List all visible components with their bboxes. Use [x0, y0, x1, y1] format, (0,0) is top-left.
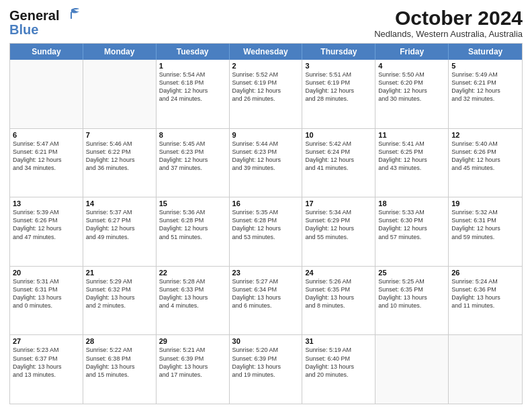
- location: Nedlands, Western Australia, Australia: [374, 29, 523, 39]
- calendar-cell-r2c2: 15Sunrise: 5:36 AM Sunset: 6:28 PM Dayli…: [157, 197, 230, 266]
- calendar-row-1: 1Sunrise: 5:54 AM Sunset: 6:18 PM Daylig…: [10, 60, 522, 128]
- calendar-cell-r0c4: 3Sunrise: 5:51 AM Sunset: 6:19 PM Daylig…: [302, 60, 375, 128]
- calendar-cell-r1c2: 8Sunrise: 5:45 AM Sunset: 6:23 PM Daylig…: [157, 129, 230, 197]
- day-info: Sunrise: 5:23 AM Sunset: 6:37 PM Dayligh…: [13, 346, 80, 379]
- calendar-body: 1Sunrise: 5:54 AM Sunset: 6:18 PM Daylig…: [10, 60, 522, 404]
- header-monday: Monday: [83, 44, 157, 60]
- calendar-cell-r2c0: 13Sunrise: 5:39 AM Sunset: 6:26 PM Dayli…: [10, 197, 83, 266]
- day-info: Sunrise: 5:33 AM Sunset: 6:30 PM Dayligh…: [378, 208, 445, 241]
- day-info: Sunrise: 5:27 AM Sunset: 6:34 PM Dayligh…: [232, 277, 300, 310]
- day-number: 24: [305, 269, 372, 277]
- header-friday: Friday: [375, 44, 449, 60]
- title-area: October 2024 Nedlands, Western Australia…: [374, 7, 523, 39]
- day-info: Sunrise: 5:46 AM Sunset: 6:22 PM Dayligh…: [86, 140, 153, 173]
- page: General Blue October 2024 Nedlands, West…: [0, 0, 532, 411]
- day-number: 30: [232, 337, 300, 345]
- day-number: 20: [13, 269, 80, 277]
- day-number: 1: [159, 62, 226, 70]
- day-number: 10: [305, 131, 372, 139]
- day-number: 17: [305, 199, 372, 208]
- calendar-cell-r0c5: 4Sunrise: 5:50 AM Sunset: 6:20 PM Daylig…: [375, 60, 449, 128]
- calendar-cell-r4c5: [375, 335, 449, 404]
- calendar-cell-r3c5: 25Sunrise: 5:25 AM Sunset: 6:35 PM Dayli…: [375, 267, 449, 335]
- day-info: Sunrise: 5:37 AM Sunset: 6:27 PM Dayligh…: [86, 208, 153, 241]
- day-info: Sunrise: 5:45 AM Sunset: 6:23 PM Dayligh…: [159, 140, 226, 173]
- calendar-row-3: 13Sunrise: 5:39 AM Sunset: 6:26 PM Dayli…: [10, 197, 522, 266]
- day-info: Sunrise: 5:50 AM Sunset: 6:20 PM Dayligh…: [378, 71, 445, 103]
- day-info: Sunrise: 5:40 AM Sunset: 6:26 PM Dayligh…: [451, 140, 519, 173]
- day-number: 25: [378, 269, 445, 277]
- day-info: Sunrise: 5:54 AM Sunset: 6:18 PM Dayligh…: [159, 71, 226, 103]
- calendar-row-5: 27Sunrise: 5:23 AM Sunset: 6:37 PM Dayli…: [10, 334, 522, 404]
- calendar-cell-r1c5: 11Sunrise: 5:41 AM Sunset: 6:25 PM Dayli…: [375, 129, 449, 197]
- header: General Blue October 2024 Nedlands, West…: [9, 7, 523, 39]
- calendar-cell-r3c1: 21Sunrise: 5:29 AM Sunset: 6:32 PM Dayli…: [83, 267, 157, 335]
- calendar-cell-r3c4: 24Sunrise: 5:26 AM Sunset: 6:35 PM Dayli…: [302, 267, 375, 335]
- calendar-cell-r0c6: 5Sunrise: 5:49 AM Sunset: 6:21 PM Daylig…: [449, 60, 522, 128]
- logo-blue-text: Blue: [9, 23, 38, 36]
- calendar-cell-r2c1: 14Sunrise: 5:37 AM Sunset: 6:27 PM Dayli…: [83, 197, 157, 266]
- day-info: Sunrise: 5:39 AM Sunset: 6:26 PM Dayligh…: [13, 208, 80, 241]
- calendar-cell-r2c4: 17Sunrise: 5:34 AM Sunset: 6:29 PM Dayli…: [302, 197, 375, 266]
- day-number: 16: [232, 199, 300, 208]
- day-number: 26: [451, 269, 519, 277]
- day-number: 13: [13, 199, 80, 208]
- calendar-row-2: 6Sunrise: 5:47 AM Sunset: 6:21 PM Daylig…: [10, 128, 522, 197]
- day-number: 18: [378, 199, 445, 208]
- day-number: 11: [378, 131, 445, 139]
- day-info: Sunrise: 5:31 AM Sunset: 6:31 PM Dayligh…: [13, 277, 80, 310]
- day-number: 8: [159, 131, 226, 139]
- logo: General Blue: [9, 7, 81, 36]
- calendar-cell-r3c6: 26Sunrise: 5:24 AM Sunset: 6:36 PM Dayli…: [449, 267, 522, 335]
- day-info: Sunrise: 5:34 AM Sunset: 6:29 PM Dayligh…: [305, 208, 372, 241]
- day-number: 2: [232, 62, 300, 70]
- header-tuesday: Tuesday: [157, 44, 230, 60]
- day-info: Sunrise: 5:35 AM Sunset: 6:28 PM Dayligh…: [232, 208, 300, 241]
- day-info: Sunrise: 5:49 AM Sunset: 6:21 PM Dayligh…: [451, 71, 519, 103]
- calendar-cell-r4c4: 31Sunrise: 5:19 AM Sunset: 6:40 PM Dayli…: [302, 335, 375, 404]
- day-info: Sunrise: 5:25 AM Sunset: 6:35 PM Dayligh…: [378, 277, 445, 310]
- day-number: 6: [13, 131, 80, 139]
- month-title: October 2024: [374, 7, 523, 29]
- logo-bird-icon: [62, 7, 81, 24]
- calendar-cell-r0c2: 1Sunrise: 5:54 AM Sunset: 6:18 PM Daylig…: [157, 60, 230, 128]
- calendar-header: Sunday Monday Tuesday Wednesday Thursday…: [10, 44, 522, 60]
- calendar-cell-r3c2: 22Sunrise: 5:28 AM Sunset: 6:33 PM Dayli…: [157, 267, 230, 335]
- day-info: Sunrise: 5:42 AM Sunset: 6:24 PM Dayligh…: [305, 140, 372, 173]
- day-number: 23: [232, 269, 300, 277]
- day-info: Sunrise: 5:28 AM Sunset: 6:33 PM Dayligh…: [159, 277, 226, 310]
- calendar-cell-r3c0: 20Sunrise: 5:31 AM Sunset: 6:31 PM Dayli…: [10, 267, 83, 335]
- day-info: Sunrise: 5:22 AM Sunset: 6:38 PM Dayligh…: [86, 346, 153, 379]
- calendar-cell-r1c4: 10Sunrise: 5:42 AM Sunset: 6:24 PM Dayli…: [302, 129, 375, 197]
- day-info: Sunrise: 5:21 AM Sunset: 6:39 PM Dayligh…: [159, 346, 226, 379]
- day-info: Sunrise: 5:26 AM Sunset: 6:35 PM Dayligh…: [305, 277, 372, 310]
- calendar-cell-r0c1: [83, 60, 157, 128]
- day-number: 9: [232, 131, 300, 139]
- header-wednesday: Wednesday: [230, 44, 303, 60]
- calendar-cell-r1c3: 9Sunrise: 5:44 AM Sunset: 6:23 PM Daylig…: [230, 129, 303, 197]
- day-info: Sunrise: 5:44 AM Sunset: 6:23 PM Dayligh…: [232, 140, 300, 173]
- calendar-cell-r4c0: 27Sunrise: 5:23 AM Sunset: 6:37 PM Dayli…: [10, 335, 83, 404]
- calendar-cell-r0c0: [10, 60, 83, 128]
- header-sunday: Sunday: [10, 44, 83, 60]
- day-info: Sunrise: 5:19 AM Sunset: 6:40 PM Dayligh…: [305, 346, 372, 379]
- day-info: Sunrise: 5:52 AM Sunset: 6:19 PM Dayligh…: [232, 71, 300, 103]
- day-number: 5: [451, 62, 519, 70]
- header-saturday: Saturday: [449, 44, 522, 60]
- day-info: Sunrise: 5:24 AM Sunset: 6:36 PM Dayligh…: [451, 277, 519, 310]
- day-number: 28: [86, 337, 153, 345]
- day-number: 4: [378, 62, 445, 70]
- day-info: Sunrise: 5:29 AM Sunset: 6:32 PM Dayligh…: [86, 277, 153, 310]
- day-number: 19: [451, 199, 519, 208]
- day-number: 22: [159, 269, 226, 277]
- day-info: Sunrise: 5:47 AM Sunset: 6:21 PM Dayligh…: [13, 140, 80, 173]
- calendar-cell-r1c0: 6Sunrise: 5:47 AM Sunset: 6:21 PM Daylig…: [10, 129, 83, 197]
- calendar-row-4: 20Sunrise: 5:31 AM Sunset: 6:31 PM Dayli…: [10, 266, 522, 335]
- day-number: 29: [159, 337, 226, 345]
- calendar: Sunday Monday Tuesday Wednesday Thursday…: [9, 43, 523, 404]
- day-number: 21: [86, 269, 153, 277]
- day-info: Sunrise: 5:51 AM Sunset: 6:19 PM Dayligh…: [305, 71, 372, 103]
- calendar-cell-r2c3: 16Sunrise: 5:35 AM Sunset: 6:28 PM Dayli…: [230, 197, 303, 266]
- day-number: 14: [86, 199, 153, 208]
- day-number: 12: [451, 131, 519, 139]
